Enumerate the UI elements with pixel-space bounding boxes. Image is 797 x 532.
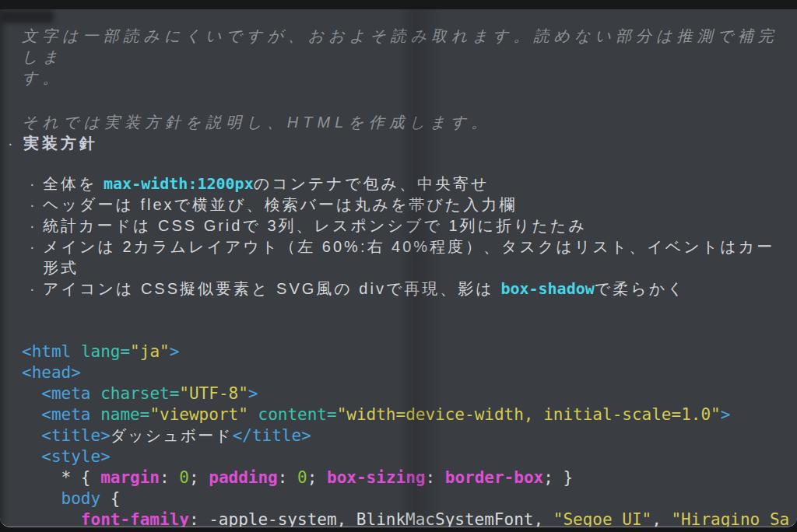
code-token: "ja" (130, 342, 170, 361)
bullet-segment: のコンテナで包み、中央寄せ (254, 175, 490, 192)
plan-bullet: ·ヘッダーは flexで横並び、検索バーは丸みを帯びた入力欄 (30, 194, 797, 215)
bullet-segment: で柔らかく (595, 280, 686, 297)
code-token: { (100, 489, 120, 508)
plan-bullet: ·メインは 2カラムレイアウト（左 60%:右 40%程度）、タスクはリスト、イ… (30, 236, 797, 278)
code-token (248, 405, 258, 424)
code-token: content= (258, 405, 336, 424)
code-token: box-sizing (327, 468, 425, 487)
code-token: "Segoe UI" (553, 510, 651, 527)
bullet-icon: · (30, 173, 43, 194)
code-token: <title> (41, 426, 111, 445)
code-token: padding (209, 468, 278, 487)
code-token: charset= (100, 384, 179, 403)
code-token: border-box (445, 468, 543, 487)
code-token: </title> (233, 426, 311, 445)
bullet-text: ヘッダーは flexで横並び、検索バーは丸みを帯びた入力欄 (43, 194, 517, 215)
plan-bullet: ·アイコンは CSS擬似要素と SVG風の divで再現、影は box-shad… (30, 278, 797, 299)
bullet-icon: · (30, 215, 43, 236)
code-token: "UTF-8" (179, 384, 248, 403)
code-token (22, 447, 41, 466)
inline-code: max-width:1200px (104, 174, 254, 193)
code-token: <style> (41, 447, 111, 466)
code-token: ; (189, 468, 209, 487)
bullet-segment: ヘッダーは flexで横並び、検索バーは丸みを帯びた入力欄 (43, 196, 517, 213)
code-token: > (721, 405, 731, 424)
code-token: "Hiragino Sa (671, 510, 789, 527)
intro-paragraph-1: 文字は一部読みにくいですが、おおよそ読み取れます。読めない部分は推測で補完しま … (22, 26, 797, 89)
code-token (91, 384, 101, 403)
plan-heading-row: · 実装方針 (8, 133, 797, 154)
code-token: "viewport" (149, 405, 248, 424)
code-token: <head> (22, 363, 81, 382)
code-token: body (61, 489, 101, 508)
message-content: 文字は一部読みにくいですが、おおよそ読み取れます。読めない部分は推測で補完しま … (0, 9, 797, 527)
code-token: : -apple-system, BlinkMacSystemFont, (189, 510, 553, 527)
bullet-text: 全体を max-width:1200pxのコンテナで包み、中央寄せ (43, 173, 489, 194)
bullet-text: メインは 2カラムレイアウト（左 60%:右 40%程度）、タスクはリスト、イベ… (43, 236, 774, 278)
code-token: ダッシュボード (111, 427, 233, 444)
code-line: <meta charset="UTF-8"> (22, 383, 797, 404)
code-line: font-family: -apple-system, BlinkMacSyst… (22, 509, 797, 527)
code-token: ; } (543, 468, 573, 487)
code-token: font-family (81, 510, 189, 527)
code-block: <html lang="ja"><head> <meta charset="UT… (22, 341, 797, 527)
code-token: margin (100, 468, 160, 487)
code-token: name= (100, 405, 149, 424)
code-token (22, 384, 41, 403)
bullet-segment: 統計カードは CSS Gridで 3列、レスポンシブで 1列に折りたたみ (43, 217, 587, 234)
bullet-icon: · (30, 194, 43, 215)
code-line: <head> (22, 362, 797, 383)
intro-paragraph-2: それでは実装方針を説明し、HTMLを作成します。 (22, 112, 797, 133)
code-line: <title>ダッシュボード</title> (22, 425, 797, 446)
code-token: <meta (41, 384, 90, 403)
code-token: 0 (297, 468, 307, 487)
code-line: * { margin: 0; padding: 0; box-sizing: b… (22, 467, 797, 488)
inline-code: box-shadow (500, 279, 594, 298)
code-line: <style> (22, 446, 797, 467)
bullet-icon: · (30, 236, 43, 257)
code-token (22, 405, 41, 424)
plan-bullet-list: ·全体を max-width:1200pxのコンテナで包み、中央寄せ·ヘッダーは… (8, 173, 797, 299)
code-token (22, 489, 61, 508)
bullet-text: 統計カードは CSS Gridで 3列、レスポンシブで 1列に折りたたみ (43, 215, 587, 236)
code-token: : (278, 468, 297, 487)
code-token: <meta (41, 405, 90, 424)
code-token: > (170, 342, 180, 361)
bullet-icon: · (8, 133, 23, 154)
code-token: lang= (81, 342, 130, 361)
code-line: <meta name="viewport" content="width=dev… (22, 404, 797, 425)
bullet-segment: アイコンは CSS擬似要素と SVG風の divで再現、影は (43, 280, 500, 297)
code-token: : (425, 468, 444, 487)
code-token: * { (22, 468, 100, 487)
plan-bullet: ·全体を max-width:1200pxのコンテナで包み、中央寄せ (30, 173, 797, 194)
code-line: <html lang="ja"> (22, 341, 797, 362)
code-token: : (160, 468, 179, 487)
console-panel: 文字は一部読みにくいですが、おおよそ読み取れます。読めない部分は推測で補完しま … (0, 9, 797, 527)
plan-bullet: ·統計カードは CSS Gridで 3列、レスポンシブで 1列に折りたたみ (30, 215, 797, 236)
code-token: , (651, 510, 671, 527)
redacted-blur (2, 10, 54, 23)
code-token: 0 (179, 468, 189, 487)
code-token: > (248, 384, 258, 403)
bullet-text: アイコンは CSS擬似要素と SVG風の divで再現、影は box-shado… (43, 278, 686, 299)
code-token: ; (307, 468, 327, 487)
top-bar (0, 0, 797, 9)
bullet-segment: 全体を (43, 175, 104, 192)
code-line: body { (22, 488, 797, 509)
plan-heading: 実装方針 (23, 133, 98, 154)
code-token (22, 426, 41, 445)
bullet-segment: メインは 2カラムレイアウト（左 60%:右 40%程度）、タスクはリスト、イベ… (43, 238, 774, 276)
code-token (22, 510, 81, 527)
code-token (71, 342, 81, 361)
code-token: "width=device-width, initial-scale=1.0" (337, 405, 721, 424)
code-token: <html (22, 342, 71, 361)
bullet-icon: · (30, 278, 43, 299)
code-token (91, 405, 101, 424)
